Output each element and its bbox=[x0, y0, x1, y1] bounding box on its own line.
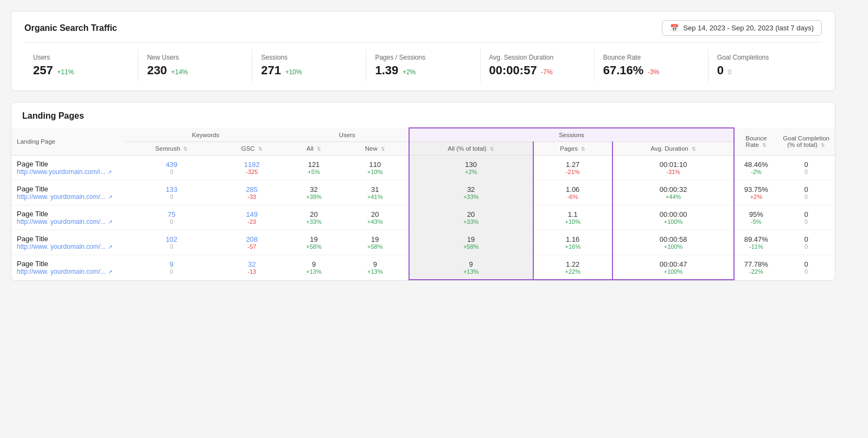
col-sess-avg-dur: Avg. Duration ⇅ bbox=[612, 142, 735, 156]
page-url-3[interactable]: http://www. yourdomain.com/... ↗ bbox=[17, 243, 120, 250]
metric-value-row-4: 00:00:57 -7% bbox=[489, 63, 585, 78]
metric-item-1: New Users 230 +14% bbox=[138, 49, 252, 82]
cell-page-2: Page Title http://www. yourdomain.com/..… bbox=[11, 205, 125, 230]
sort-gsc[interactable]: ⇅ bbox=[258, 146, 263, 152]
landing-pages-table: Landing Page Keywords Users Sessions Bou… bbox=[11, 127, 835, 280]
cell-gsc-0: 1182 -325 bbox=[218, 156, 286, 181]
summary-card: Organic Search Traffic 📅 Sep 14, 2023 - … bbox=[11, 11, 835, 91]
cell-page-1: Page Title http://www. yourdomain.com/..… bbox=[11, 181, 125, 205]
cell-bounce-1: 93.75% +2% bbox=[734, 181, 777, 205]
cell-gsc-2: 149 -23 bbox=[218, 205, 286, 230]
col-semrush: Semrush ⇅ bbox=[125, 142, 218, 156]
page-url-1[interactable]: http://www. yourdomain.com/... ↗ bbox=[17, 193, 120, 201]
cell-users-new-3: 19 +58% bbox=[342, 230, 409, 255]
page-title-0: Page Title bbox=[17, 160, 120, 168]
sort-icon-bounce[interactable]: ⇅ bbox=[762, 143, 767, 148]
metric-value-row-1: 230 +14% bbox=[147, 63, 243, 78]
col-sess-all-pct: All (% of total) ⇅ bbox=[409, 142, 533, 156]
metric-value-4: 00:00:57 bbox=[489, 63, 537, 77]
metric-change-3: +2% bbox=[403, 68, 416, 76]
page-title-2: Page Title bbox=[17, 210, 120, 218]
summary-header: Organic Search Traffic 📅 Sep 14, 2023 - … bbox=[24, 20, 822, 36]
metric-value-3: 1.39 bbox=[375, 63, 398, 77]
external-link-icon: ↗ bbox=[108, 244, 112, 250]
metric-change-4: -7% bbox=[541, 68, 552, 76]
metric-label-1: New Users bbox=[147, 54, 243, 61]
cell-semrush-4: 9 0 bbox=[125, 255, 218, 280]
date-range-button[interactable]: 📅 Sep 14, 2023 - Sep 20, 2023 (last 7 da… bbox=[662, 20, 822, 36]
column-sub-header: Semrush ⇅ GSC ⇅ All ⇅ New ⇅ bbox=[11, 142, 835, 156]
cell-users-new-0: 110 +10% bbox=[342, 156, 409, 181]
cell-bounce-4: 77.78% -22% bbox=[734, 255, 777, 280]
table-row: Page Title http://www. yourdomain.com/..… bbox=[11, 181, 835, 205]
cell-gsc-1: 285 -33 bbox=[218, 181, 286, 205]
cell-users-all-2: 20 +33% bbox=[286, 205, 342, 230]
cell-sess-pages-0: 1.27 -21% bbox=[533, 156, 612, 181]
cell-semrush-2: 75 0 bbox=[125, 205, 218, 230]
col-gsc: GSC ⇅ bbox=[218, 142, 286, 156]
cell-sess-avg-0: 00:01:10 -31% bbox=[612, 156, 735, 181]
metric-value-row-5: 67.16% -3% bbox=[603, 63, 699, 78]
cell-semrush-0: 439 0 bbox=[125, 156, 218, 181]
external-link-icon: ↗ bbox=[108, 269, 112, 275]
cell-bounce-3: 89.47% -11% bbox=[734, 230, 777, 255]
external-link-icon: ↗ bbox=[107, 169, 112, 175]
external-link-icon: ↗ bbox=[108, 219, 112, 225]
landing-pages-title: Landing Pages bbox=[11, 111, 835, 127]
cell-page-0: Page Title http://www.yourdomain.com/i..… bbox=[11, 156, 125, 181]
table-row: Page Title http://www.yourdomain.com/i..… bbox=[11, 156, 835, 181]
calendar-icon: 📅 bbox=[670, 24, 679, 32]
col-goal-completion: Goal Completion (% of total) ⇅ bbox=[777, 128, 835, 156]
cell-sess-avg-3: 00:00:58 +100% bbox=[612, 230, 735, 255]
sort-sess-all[interactable]: ⇅ bbox=[490, 146, 494, 152]
metric-label-2: Sessions bbox=[261, 54, 357, 61]
cell-sess-pages-4: 1.22 +22% bbox=[533, 255, 612, 280]
table-row: Page Title http://www. yourdomain.com/..… bbox=[11, 205, 835, 230]
metric-label-0: Users bbox=[33, 54, 129, 61]
page-title-1: Page Title bbox=[17, 185, 120, 193]
cell-users-new-1: 31 +41% bbox=[342, 181, 409, 205]
table-row: Page Title http://www. yourdomain.com/..… bbox=[11, 255, 835, 280]
cell-users-new-2: 20 +43% bbox=[342, 205, 409, 230]
sort-sess-pages[interactable]: ⇅ bbox=[581, 146, 585, 152]
cell-users-all-4: 9 +13% bbox=[286, 255, 342, 280]
metric-value-row-2: 271 +10% bbox=[261, 63, 357, 78]
sort-sess-avg[interactable]: ⇅ bbox=[692, 146, 696, 152]
col-users-all: All ⇅ bbox=[286, 142, 342, 156]
cell-bounce-2: 95% -5% bbox=[734, 205, 777, 230]
col-group-sessions: Sessions bbox=[409, 128, 735, 142]
page-url-4[interactable]: http://www. yourdomain.com/... ↗ bbox=[17, 268, 120, 275]
page-title-4: Page Title bbox=[17, 260, 120, 268]
sort-icon-goal[interactable]: ⇅ bbox=[821, 143, 825, 148]
metric-item-3: Pages / Sessions 1.39 +2% bbox=[366, 49, 480, 82]
metric-item-4: Avg. Session Duration 00:00:57 -7% bbox=[481, 49, 595, 82]
page-url-0[interactable]: http://www.yourdomain.com/i... ↗ bbox=[17, 168, 120, 176]
metric-change-6: 0 bbox=[728, 68, 732, 76]
metric-value-1: 230 bbox=[147, 63, 167, 77]
metric-item-2: Sessions 271 +10% bbox=[252, 49, 366, 82]
page-container: Organic Search Traffic 📅 Sep 14, 2023 - … bbox=[0, 0, 846, 292]
metric-value-5: 67.16% bbox=[603, 63, 644, 77]
col-landing-page: Landing Page bbox=[11, 128, 125, 156]
sort-users-new[interactable]: ⇅ bbox=[381, 146, 385, 152]
cell-page-4: Page Title http://www. yourdomain.com/..… bbox=[11, 255, 125, 280]
sort-semrush[interactable]: ⇅ bbox=[183, 146, 188, 152]
metric-value-row-6: 0 0 bbox=[717, 63, 813, 78]
cell-users-new-4: 9 +13% bbox=[342, 255, 409, 280]
cell-page-3: Page Title http://www. yourdomain.com/..… bbox=[11, 230, 125, 255]
sort-users-all[interactable]: ⇅ bbox=[317, 146, 321, 152]
col-bounce-rate: Bounce Rate ⇅ bbox=[734, 128, 777, 156]
cell-goal-2: 0 0 bbox=[777, 205, 835, 230]
col-users-new: New ⇅ bbox=[342, 142, 409, 156]
metric-value-0: 257 bbox=[33, 63, 53, 77]
table-body: Page Title http://www.yourdomain.com/i..… bbox=[11, 156, 835, 280]
cell-gsc-4: 32 -13 bbox=[218, 255, 286, 280]
cell-goal-0: 0 0 bbox=[777, 156, 835, 181]
metric-item-5: Bounce Rate 67.16% -3% bbox=[595, 49, 709, 82]
cell-users-all-1: 32 +39% bbox=[286, 181, 342, 205]
page-url-2[interactable]: http://www. yourdomain.com/... ↗ bbox=[17, 218, 120, 226]
date-range-label: Sep 14, 2023 - Sep 20, 2023 (last 7 days… bbox=[683, 24, 814, 32]
metric-value-2: 271 bbox=[261, 63, 281, 77]
cell-users-all-3: 19 +58% bbox=[286, 230, 342, 255]
cell-semrush-1: 133 0 bbox=[125, 181, 218, 205]
